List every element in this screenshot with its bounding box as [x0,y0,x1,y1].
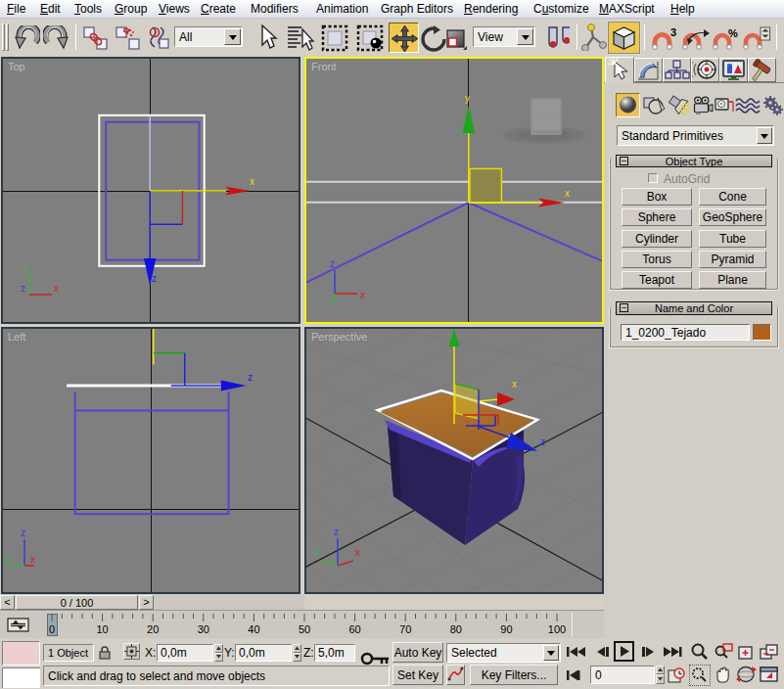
svg-text:40: 40 [248,623,259,635]
svg-text:y: y [5,554,10,565]
svg-text:3: 3 [670,26,676,38]
svg-text:0: 0 [49,623,55,635]
svg-text:x: x [54,283,59,294]
svg-text:z: z [334,527,339,537]
svg-text:z: z [152,273,157,284]
svg-text:y: y [330,297,335,307]
svg-text:z: z [330,258,335,269]
svg-text:x: x [250,176,254,187]
svg-text:30: 30 [198,623,209,635]
svg-text:50: 50 [299,623,310,635]
svg-text:70: 70 [399,623,411,635]
svg-text:100: 100 [548,623,566,635]
svg-text:y: y [24,261,29,272]
svg-text:x: x [512,379,517,390]
svg-text:x: x [30,554,35,565]
svg-text:60: 60 [348,623,360,635]
svg-text:z: z [21,283,25,294]
svg-text:x: x [355,547,360,558]
svg-text:NONE: NONE [538,114,559,120]
svg-text:80: 80 [450,623,462,635]
svg-text:90: 90 [500,623,512,635]
svg-text:y: y [465,93,470,104]
svg-text:20: 20 [147,623,159,635]
svg-text:10: 10 [96,623,108,635]
svg-text:z: z [248,372,253,383]
svg-text:%: % [728,27,738,39]
svg-text:y: y [314,547,319,558]
svg-text:x: x [565,188,570,199]
svg-text:z: z [540,436,545,447]
svg-text:z: z [21,528,25,538]
svg-text:x: x [360,290,365,300]
